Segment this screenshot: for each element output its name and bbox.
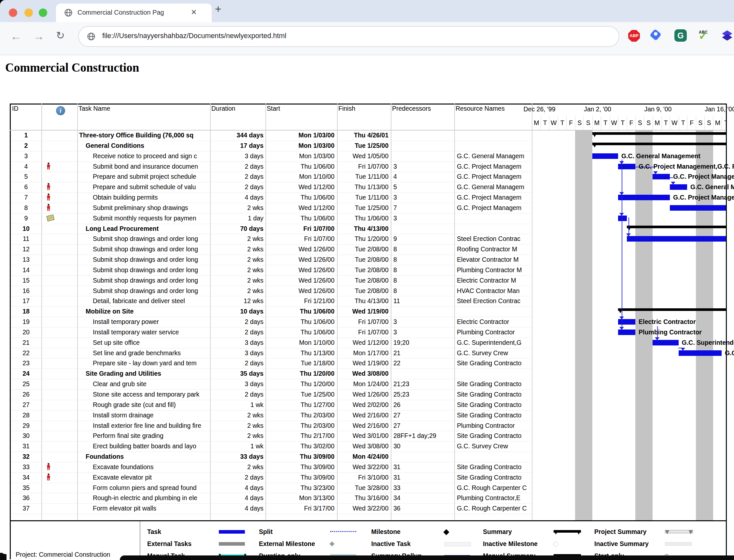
browser-tab[interactable]: Commercial Construction Pag ✕ xyxy=(56,4,212,22)
new-tab-button[interactable]: + xyxy=(215,3,221,15)
cell-start: Thu 1/06/00 xyxy=(265,327,334,338)
cell-resource: G.C. Rough Carpenter C xyxy=(457,483,531,493)
cell-resource: Electric Contractor M xyxy=(457,275,531,286)
traffic-light-minimize-button[interactable] xyxy=(24,8,33,17)
cell-resource: Electric Contractor xyxy=(457,317,531,327)
cell-start: Tue 1/18/00 xyxy=(265,358,334,369)
col-header-start: Start xyxy=(267,105,280,112)
cell-resource: Site Grading Contracto xyxy=(457,431,531,441)
cell-start: Thu 1/06/00 xyxy=(265,317,334,327)
cell-start: Thu 1/06/00 xyxy=(265,213,334,224)
cell-resource xyxy=(457,141,531,151)
back-button[interactable]: ← xyxy=(10,30,21,43)
cell-task-name: Install exterior fire line and building … xyxy=(77,421,225,431)
link-arrow-icon xyxy=(653,171,658,174)
cell-pred: 9 xyxy=(393,234,453,244)
address-bar[interactable]: file:///Users/nayyershahbaz/Documents/ne… xyxy=(78,26,619,47)
day-letter: S xyxy=(644,116,653,130)
cell-resource: Site Grading Contracto xyxy=(457,389,531,400)
spellcheck-extension-icon[interactable]: ABC ✓ xyxy=(698,29,711,42)
layers-extension-icon[interactable] xyxy=(721,29,733,42)
price-tag-extension-icon[interactable] xyxy=(650,29,662,41)
cell-pred: 26 xyxy=(393,400,453,410)
table-row: 354 daysThu 3/23/00Tue 3/28/0033G.C. Rou… xyxy=(11,483,532,493)
day-letter: W xyxy=(610,116,619,130)
day-letter: F xyxy=(687,116,696,130)
cell-task-name: Set line and grade benchmarks xyxy=(77,348,225,358)
day-letter: F xyxy=(627,116,636,130)
cell-resource xyxy=(457,130,531,141)
table-row: 364 daysMon 3/13/00Thu 3/16/0034Plumbing… xyxy=(11,493,532,503)
cell-start: Mon 1/10/00 xyxy=(265,338,334,348)
table-row: 112 wksFri 1/07/00Thu 1/20/009Steel Erec… xyxy=(11,234,532,244)
cell-finish: Thu 4/13/00 xyxy=(337,296,388,306)
traffic-light-zoom-button[interactable] xyxy=(39,8,47,17)
cell-start: Wed 1/26/00 xyxy=(265,286,334,296)
day-letter: T xyxy=(722,116,726,130)
day-letter: T xyxy=(558,116,567,130)
cell-pred xyxy=(393,151,453,161)
cell-pred: 21 xyxy=(393,348,453,358)
cell-resource: Elevator Contractor M xyxy=(457,255,531,265)
table-row: 162 wksWed 1/26/00Tue 2/08/008HVAC Contr… xyxy=(11,286,532,296)
cell-id: 1 xyxy=(11,130,41,141)
tab-close-icon[interactable]: ✕ xyxy=(191,8,197,17)
adblock-extension-icon[interactable]: ABP xyxy=(628,30,640,42)
link-line xyxy=(628,217,629,233)
cell-start: Wed 1/26/00 xyxy=(265,244,334,255)
cell-id: 16 xyxy=(11,286,41,296)
table-row: 2435 daysThu 1/20/00Wed 3/08/00Site Grad… xyxy=(11,369,532,379)
table-row: 374 daysFri 3/17/00Wed 3/22/0036G.C. Rou… xyxy=(11,503,532,514)
cell-start: Fri 3/17/00 xyxy=(265,503,334,514)
cell-resource: HVAC Contractor Man xyxy=(457,286,531,296)
cell-finish: Wed 2/16/00 xyxy=(337,410,388,421)
cell-pred: 3 xyxy=(393,213,453,224)
cell-duration: 344 days xyxy=(210,130,263,141)
cell-id: 9 xyxy=(11,213,41,224)
cell-pred: 25;23 xyxy=(393,389,453,400)
cell-id: 20 xyxy=(11,327,41,338)
traffic-light-close-button[interactable] xyxy=(9,8,17,17)
cell-resource: Site Grading Contracto xyxy=(457,410,531,421)
resource-person-icon xyxy=(46,463,59,473)
legend-swatch-milestone xyxy=(443,529,449,535)
summary-bar xyxy=(627,226,726,228)
cell-finish: Wed 1/26/00 xyxy=(337,389,388,400)
cell-pred xyxy=(393,141,453,151)
cell-finish: Thu 1/13/00 xyxy=(337,182,388,192)
table-row: 132 wksWed 1/26/00Tue 2/08/008Elevator C… xyxy=(11,255,532,265)
cell-start: Thu 2/03/00 xyxy=(265,410,334,421)
cell-start: Mon 3/13/00 xyxy=(265,493,334,503)
cell-finish: Wed 3/22/00 xyxy=(337,503,388,514)
table-row: 217 daysMon 1/03/00Tue 1/25/00General Co… xyxy=(11,141,532,151)
cell-start: Wed 1/12/00 xyxy=(265,182,334,192)
cell-id: 28 xyxy=(11,410,41,421)
cell-id: 35 xyxy=(11,483,41,493)
cell-start: Wed 1/26/00 xyxy=(265,265,334,275)
tag-dot xyxy=(653,31,658,36)
cell-start: Tue 1/25/00 xyxy=(265,389,334,400)
cell-resource: Site Grading Contracto xyxy=(457,462,531,472)
cell-task-name: Submit shop drawings and order long xyxy=(77,255,225,265)
legend-label: Summary xyxy=(483,528,512,536)
reload-button[interactable]: ↻ xyxy=(56,29,65,42)
cell-pred xyxy=(393,224,453,234)
cell-resource: G.C. Rough Carpenter C xyxy=(457,503,531,514)
cell-finish: Tue 3/28/00 xyxy=(337,483,388,493)
cell-id: 25 xyxy=(11,379,41,389)
cell-task-name: Receive notice to proceed and sign c xyxy=(77,151,225,161)
table-row: 302 wksThu 2/17/00Wed 3/01/0028FF+1 day;… xyxy=(11,431,532,441)
forward-button[interactable]: → xyxy=(33,30,44,43)
cell-pred: 3 xyxy=(393,317,453,327)
chart-border-top xyxy=(10,104,727,105)
cell-finish: Wed 1/19/00 xyxy=(337,306,388,317)
cell-task-name: Clear and grub site xyxy=(77,379,225,389)
cell-task-name: Submit bond and insurance documen xyxy=(77,161,225,172)
background-window-strip xyxy=(120,555,734,560)
grammarly-extension-icon[interactable]: G xyxy=(674,29,687,42)
cell-start: Mon 1/10/00 xyxy=(265,172,334,182)
table-bottom-border xyxy=(10,520,727,521)
cell-id: 36 xyxy=(11,493,41,503)
cell-task-name: Submit monthly requests for paymen xyxy=(77,213,225,224)
cell-pred: 8 xyxy=(393,275,453,286)
